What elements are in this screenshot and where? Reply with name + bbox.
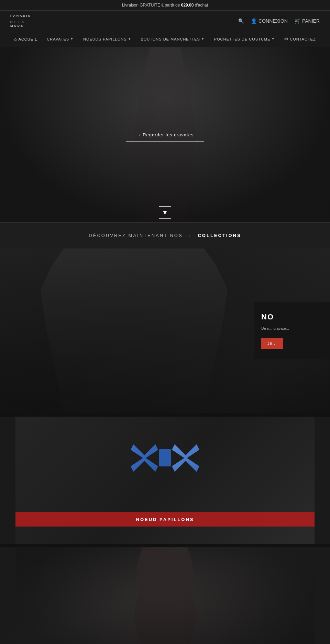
feature-section-2 [15,547,315,644]
collections-separator: / [189,233,191,238]
hero-content: → Regarder les cravates [126,128,205,142]
user-icon: 👤 [251,18,257,24]
search-button[interactable]: 🔍 [238,18,244,24]
bowtie-left [131,444,158,472]
feature2-inner [15,547,315,644]
bowtie-label-bar[interactable]: NOEUD PAPILLONS [15,512,315,527]
nav-item-cravates[interactable]: CRAVATES ▼ [42,32,78,46]
panier-label: PANIER [302,18,320,24]
chevron-down-icon-5: ▼ [162,209,168,216]
logo-line1: PARADIS [10,14,31,18]
logo[interactable]: PARADIS DE LA MODE [10,14,31,27]
cart-icon: 🛒 [295,18,300,24]
chevron-down-icon-2: ▼ [128,37,131,41]
collections-prefix: DÉCOUVREZ MAINTENANT NOS [89,233,183,238]
main-nav: ⌂ ACCUEIL CRAVATES ▼ NOEUDS PAPILLONS ▼ … [0,31,330,47]
hero-cta-button[interactable]: → Regarder les cravates [126,128,205,142]
bowtie-center [159,449,171,466]
header-right: 🔍 👤 CONNEXION 🛒 PANIER [238,18,320,24]
hero-scroll-button[interactable]: ▼ [159,206,171,219]
nav-label-cravates: CRAVATES [47,37,69,41]
nav-label-accueil: ACCUEIL [19,37,37,41]
home-icon: ⌂ [14,37,17,42]
section-gap-1 [0,413,330,417]
nav-label-boutons: BOUTONS DE MANCHETTES [141,37,200,41]
search-icon: 🔍 [238,18,244,24]
nav-item-noeuds[interactable]: NOEUDS PAPILLONS ▼ [78,32,136,46]
feature-cta-button-1[interactable]: JE... [261,338,283,349]
feature-content-1: NO De n... cravate... JE... [254,303,330,360]
nav-item-contact[interactable]: ✉ CONTACTEZ [279,31,320,47]
bowtie-visual [131,437,199,485]
connexion-label: CONNEXION [258,18,288,24]
chevron-down-icon: ▼ [70,37,74,41]
bowtie-section: NOEUD PAPILLONS [15,417,315,544]
connexion-button[interactable]: 👤 CONNEXION [251,18,288,24]
collections-highlight: COLLECTIONS [198,233,241,238]
logo-divider [10,19,21,19]
section-gap-2 [0,544,330,547]
logo-line3: MODE [10,24,31,28]
logo-line2: DE LA [10,20,31,24]
header: PARADIS DE LA MODE 🔍 👤 CONNEXION 🛒 PANIE… [0,11,330,31]
topbar-suffix: d'achat [194,3,208,8]
top-bar: Livraison GRATUITE à partir de €29.00 d'… [0,0,330,11]
feature-title-1: NO [261,313,323,322]
chevron-down-icon-4: ▼ [272,37,275,41]
bowtie-right [172,444,199,472]
topbar-amount: €29.00 [181,3,194,8]
chevron-down-icon-3: ▼ [201,37,205,41]
feature-section-1: NO De n... cravate... JE... [0,248,330,413]
nav-label-contact: CONTACTEZ [290,37,316,41]
nav-item-pochettes[interactable]: POCHETTES DE COSTUME ▼ [209,32,280,46]
nav-label-pochettes: POCHETTES DE COSTUME [214,37,271,41]
bowtie-label: NOEUD PAPILLONS [136,517,194,522]
envelope-icon: ✉ [284,36,288,42]
hero-section: → Regarder les cravates ▼ [0,47,330,222]
nav-label-noeuds: NOEUDS PAPILLONS [83,37,126,41]
nav-item-accueil[interactable]: ⌂ ACCUEIL [9,32,42,47]
nav-item-boutons[interactable]: BOUTONS DE MANCHETTES ▼ [136,32,209,46]
collections-banner-text: DÉCOUVREZ MAINTENANT NOS / COLLECTIONS [89,233,241,238]
panier-button[interactable]: 🛒 PANIER [295,18,320,24]
topbar-text: Livraison GRATUITE à partir de [122,3,181,8]
collections-banner: DÉCOUVREZ MAINTENANT NOS / COLLECTIONS [0,222,330,248]
feature-desc-1: De n... cravate... [261,326,323,332]
